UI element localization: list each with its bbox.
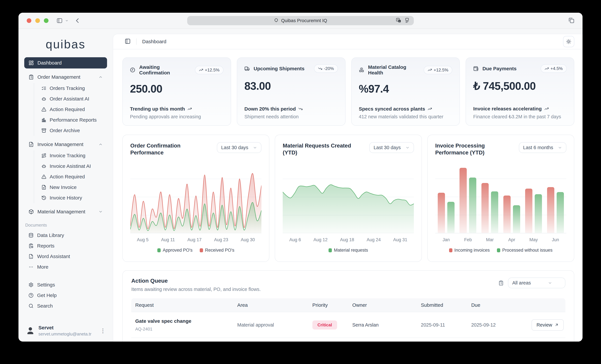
chevron-down-icon bbox=[539, 281, 561, 285]
x-tick: Jun bbox=[544, 237, 566, 243]
column-header-area: Area bbox=[233, 302, 308, 308]
close-window-button[interactable] bbox=[27, 18, 31, 23]
sidebar-item-orders-tracking[interactable]: Orders Tracking bbox=[41, 83, 107, 93]
sidebar-item-order-assistant-ai[interactable]: Order Assistant AI bbox=[41, 93, 107, 104]
stat-card-upcoming-shipments: Upcoming Shipments -20% 83.00 Down 20% t… bbox=[237, 57, 346, 126]
chart-material-requests-created: Material Requests Created (YTD) Last 30 … bbox=[275, 135, 422, 262]
translate-icon[interactable]: Ax bbox=[396, 18, 401, 24]
sidebar-item-invoice-tracking[interactable]: Invoice Tracking bbox=[41, 150, 107, 161]
sidebar-documents: Data LibraryReportswWord AssistantMore bbox=[24, 230, 107, 272]
panel-toggle-icon[interactable] bbox=[125, 38, 131, 45]
area-filter-select[interactable]: All areas bbox=[508, 278, 565, 288]
chart-invoice-processing-performance: Invoice Processing Performance (YTD) Las… bbox=[427, 135, 574, 262]
window-controls[interactable] bbox=[27, 18, 49, 23]
sidebar-item-dashboard[interactable]: Dashboard bbox=[24, 57, 107, 69]
route-icon bbox=[41, 153, 46, 158]
incoming-bar-jan bbox=[438, 193, 445, 233]
sidebar-item-performance-reports[interactable]: Performance Reports bbox=[41, 115, 107, 125]
alert-triangle-icon bbox=[41, 174, 46, 179]
range-select[interactable]: Last 30 days bbox=[369, 142, 414, 153]
bar-chart bbox=[435, 161, 566, 233]
review-button[interactable]: Review bbox=[531, 319, 564, 331]
user-card[interactable]: Servet servet.ummetoglu@aneta.tr ⋮ bbox=[24, 325, 107, 337]
sidebar-item-data-library[interactable]: Data Library bbox=[24, 230, 107, 241]
list-checks-icon bbox=[41, 86, 46, 91]
sidebar-item-invoice-asistinat-ai[interactable]: Invoice Asistinat AI bbox=[41, 161, 107, 172]
divider bbox=[136, 39, 137, 45]
x-axis-labels: JanFebMarAprMayJun bbox=[435, 237, 566, 243]
x-tick: Jan bbox=[435, 237, 457, 243]
history-icon bbox=[41, 195, 46, 200]
trend-up-icon bbox=[188, 107, 192, 111]
minimize-window-button[interactable] bbox=[35, 18, 40, 23]
processed-bar-jan bbox=[447, 202, 455, 233]
sidebar-item-search[interactable]: Search bbox=[24, 301, 107, 311]
x-tick: Aug 23 bbox=[214, 237, 228, 243]
sidebar-item-action-required[interactable]: Action Required bbox=[41, 104, 107, 115]
trend-up-icon bbox=[428, 107, 432, 111]
sidebar-item-word-assistant[interactable]: wWord Assistant bbox=[24, 251, 107, 262]
incoming-bar-apr bbox=[503, 195, 511, 233]
zoom-window-button[interactable] bbox=[44, 18, 49, 23]
processed-bar-may bbox=[535, 194, 542, 233]
x-axis-labels: Aug 6Aug 12Aug 18Aug 24Aug 31 bbox=[283, 237, 414, 243]
sidebar-item-invoice-history[interactable]: Invoice History bbox=[41, 192, 107, 203]
sidebar-item-more[interactable]: More bbox=[24, 262, 107, 272]
request-code: AQ-2401 bbox=[135, 326, 233, 332]
range-select[interactable]: Last 6 months bbox=[519, 142, 566, 153]
stat-value: %97.4 bbox=[359, 82, 452, 95]
table-row: Recurring invoice anomalyReview bbox=[131, 338, 565, 342]
tab-overview-icon[interactable] bbox=[568, 17, 575, 24]
sidebar-group-order-management[interactable]: Order Management bbox=[24, 72, 107, 82]
clipboard-clock-icon bbox=[29, 243, 33, 248]
user-menu-kebab-icon[interactable]: ⋮ bbox=[100, 329, 106, 332]
reader-view-icon[interactable] bbox=[404, 18, 410, 24]
main-panel: Dashboard Awaiting Confirmation +12.5% 2… bbox=[113, 34, 582, 342]
trend-up-icon bbox=[428, 68, 432, 72]
bar-group-feb bbox=[460, 161, 476, 233]
address-bar[interactable]: Quibas Procuremnt IQ Ax bbox=[187, 16, 414, 25]
range-select[interactable]: Last 30 days bbox=[217, 142, 261, 153]
incoming-bar-mar bbox=[481, 183, 489, 233]
sidebar-item-settings[interactable]: Settings bbox=[24, 280, 107, 290]
chevron-down-icon bbox=[405, 146, 410, 150]
trend-badge: +12.5% bbox=[195, 66, 223, 74]
table-header-row: RequestAreaPriorityOwnerSubmittedDue bbox=[131, 298, 565, 312]
stat-cards: Awaiting Confirmation +12.5% 250.00 Tren… bbox=[122, 57, 574, 126]
priority-badge: Critical bbox=[312, 320, 337, 330]
legend-item: Material requests bbox=[329, 248, 368, 253]
sidebar-item-new-invoice[interactable]: New Invoice bbox=[41, 182, 107, 192]
search-icon bbox=[29, 303, 33, 308]
bot-icon bbox=[41, 96, 46, 101]
submitted-cell: 2025-09-11 bbox=[417, 318, 467, 332]
trend-up-icon bbox=[544, 107, 549, 111]
bar-chart-icon bbox=[41, 118, 46, 122]
column-header-request: Request bbox=[131, 302, 233, 308]
database-icon bbox=[29, 233, 33, 238]
stat-value: ₺ 745,500.00 bbox=[473, 80, 567, 92]
column-header-owner: Owner bbox=[348, 302, 417, 308]
back-button[interactable] bbox=[75, 18, 81, 24]
sidebar-item-reports[interactable]: Reports bbox=[24, 241, 107, 251]
theme-toggle-button[interactable] bbox=[563, 36, 574, 47]
chevron-down-icon[interactable] bbox=[65, 19, 69, 22]
sidebar-item-order-archive[interactable]: Order Archive bbox=[41, 125, 107, 136]
sidebar-group-material-management[interactable]: Material Management bbox=[24, 206, 107, 217]
browser-sidebar-icon[interactable] bbox=[56, 18, 63, 24]
chart-cards: Order Confirmation Performance Last 30 d… bbox=[122, 135, 574, 262]
legend-item: Incoming invoices bbox=[449, 248, 490, 253]
help-circle-icon bbox=[29, 293, 33, 298]
browser-window: Quibas Procuremnt IQ Ax quibas Dashboard… bbox=[19, 13, 582, 342]
x-tick: Aug 17 bbox=[187, 237, 201, 243]
sidebar-group-invoice-management[interactable]: Invoice Management bbox=[24, 139, 107, 150]
sidebar-item-action-required[interactable]: Action Required bbox=[41, 172, 107, 182]
x-tick: Aug 24 bbox=[367, 237, 381, 243]
ellipsis-icon bbox=[29, 264, 33, 269]
sidebar-item-get-help[interactable]: Get Help bbox=[24, 290, 107, 301]
x-tick: Aug 11 bbox=[161, 237, 175, 243]
file-text-icon bbox=[29, 142, 34, 147]
sidebar-groups: Order ManagementOrders TrackingOrder Ass… bbox=[24, 72, 107, 217]
trend-badge: -20% bbox=[314, 64, 338, 73]
stat-card-material-catalog-health: Material Catalog Health +12.5% %97.4 Spe… bbox=[351, 57, 460, 126]
stat-value: 83.00 bbox=[244, 80, 338, 92]
